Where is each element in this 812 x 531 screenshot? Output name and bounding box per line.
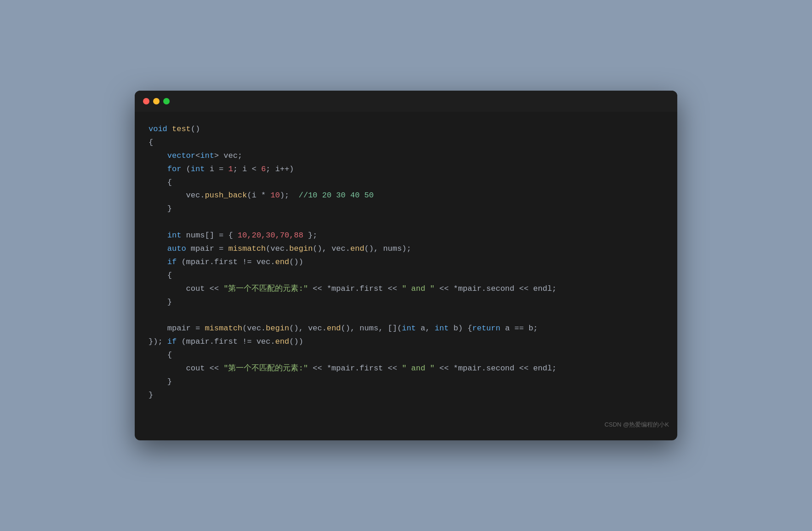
code-line-5: { xyxy=(149,176,663,190)
code-line-4: for (int i = 1; i < 6; i++) xyxy=(149,163,663,176)
code-editor: void test() { vector<int> vec; for (int … xyxy=(135,112,677,416)
code-line-19: cout << "第一个不匹配的元素:" << *mpair.first << … xyxy=(149,362,663,375)
code-line-13: cout << "第一个不匹配的元素:" << *mpair.first << … xyxy=(149,283,663,296)
code-line-18: { xyxy=(149,349,663,362)
code-line-8 xyxy=(149,216,663,229)
minimize-button[interactable] xyxy=(153,98,160,104)
code-line-7: } xyxy=(149,202,663,216)
code-line-6: vec.push_back(i * 10); //10 20 30 40 50 xyxy=(149,189,663,202)
code-line-11: if (mpair.first != vec.end()) xyxy=(149,256,663,269)
code-line-14: } xyxy=(149,296,663,309)
code-line-1: void test() xyxy=(149,123,663,136)
code-line-15 xyxy=(149,309,663,322)
code-line-12: { xyxy=(149,269,663,283)
close-button[interactable] xyxy=(143,98,149,104)
code-line-21: } xyxy=(149,389,663,402)
watermark: CSDN @热爱编程的小K xyxy=(135,416,677,435)
code-line-17: }); if (mpair.first != vec.end()) xyxy=(149,335,663,349)
code-line-3: vector<int> vec; xyxy=(149,150,663,163)
code-line-2: { xyxy=(149,136,663,150)
code-line-16: mpair = mismatch(vec.begin(), vec.end(),… xyxy=(149,322,663,335)
watermark-text: CSDN @热爱编程的小K xyxy=(605,421,669,428)
titlebar xyxy=(135,91,677,112)
code-line-20: } xyxy=(149,375,663,389)
code-line-9: int nums[] = { 10,20,30,70,88 }; xyxy=(149,229,663,242)
maximize-button[interactable] xyxy=(163,98,170,104)
code-line-10: auto mpair = mismatch(vec.begin(), vec.e… xyxy=(149,242,663,256)
code-window: void test() { vector<int> vec; for (int … xyxy=(135,91,677,440)
